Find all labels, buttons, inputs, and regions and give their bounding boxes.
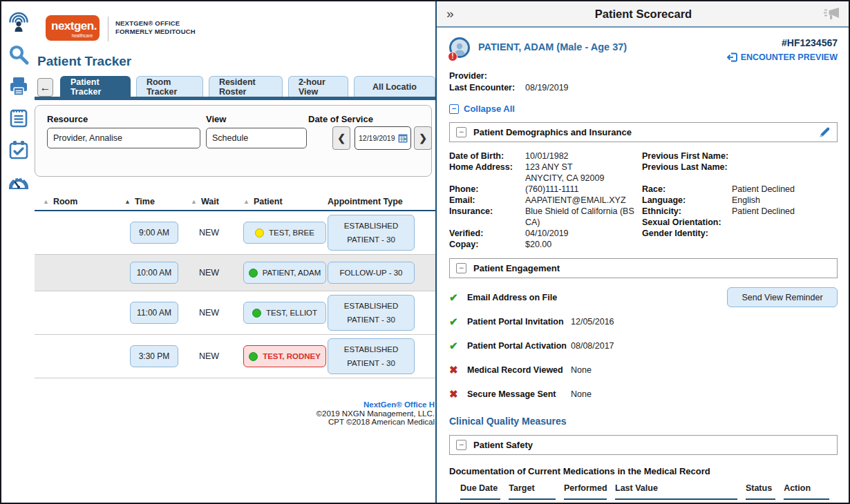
footer-copyright: ©2019 NXGN Management, LLC. [1, 409, 435, 418]
tab-2-hour-view[interactable]: 2-hour View [288, 76, 348, 97]
column-header-time[interactable]: ▲ Time [124, 197, 184, 206]
active-tab-underline [35, 97, 435, 100]
engagement-item: ✔ Email Address on File Send View Remind… [449, 285, 838, 309]
collapse-panel-icon[interactable]: » [446, 6, 467, 21]
tab-patient-tracker[interactable]: Patient Tracker [60, 76, 131, 97]
wait-status: NEW [191, 268, 219, 278]
medication-documentation-title: Documentation of Current Medications in … [449, 466, 838, 476]
column-header-appointment-type: Appointment Type [328, 197, 422, 206]
time-button[interactable]: 9:00 AM [130, 222, 178, 244]
view-input[interactable] [206, 128, 307, 148]
patient-summary: ! PATIENT, ADAM (Male - Age 37) #HF12345… [449, 37, 838, 65]
tab-resident-roster[interactable]: Resident Roster [209, 76, 283, 97]
time-button[interactable]: 10:00 AM [130, 262, 178, 284]
patient-safety-section-title: Patient Safety [473, 440, 831, 450]
collapse-section-icon[interactable]: − [456, 127, 466, 137]
resource-input[interactable] [47, 128, 200, 148]
engagement-item: ✖ Medical Record Viewed None [449, 358, 838, 382]
scorecard-title: Patient Scorecard [467, 8, 820, 21]
patient-button-alert[interactable]: TEST, RODNEY [243, 345, 326, 367]
collapse-section-icon[interactable]: − [456, 263, 466, 273]
gauge-icon[interactable] [7, 170, 30, 193]
measure-table: Due Date Target Performed Last Value Sta… [460, 483, 838, 503]
wait-status: NEW [191, 228, 219, 238]
scorecard-header: » Patient Scorecard [437, 1, 850, 28]
encounter-preview-link[interactable]: ENCOUNTER PREVIEW [727, 52, 838, 62]
appointment-row: 9:00 AM NEW TEST, BREE ESTABLISHED PATIE… [35, 211, 435, 255]
engagement-list: ✔ Email Address on File Send View Remind… [449, 285, 838, 406]
section-patient-safety: − Patient Safety [449, 435, 838, 455]
column-header-due-date: Due Date [460, 483, 500, 500]
search-icon[interactable] [7, 43, 30, 66]
time-button[interactable]: 11:00 AM [130, 302, 178, 324]
tab-all-locations[interactable]: All Locatio [354, 76, 435, 97]
column-header-wait[interactable]: ▲ Wait [184, 197, 243, 206]
back-button[interactable]: ← [37, 78, 53, 97]
column-header-patient[interactable]: ▲ Patient [243, 197, 328, 206]
appointment-type-button[interactable]: ESTABLISHED PATIENT - 30 [328, 295, 415, 331]
status-dot-green-icon [249, 352, 258, 361]
collapse-all-link[interactable]: − Collapse All [449, 104, 515, 114]
footer-cpt-copyright: CPT ©2018 American Medical [1, 418, 435, 427]
chevron-left-icon: ❮ [337, 133, 346, 144]
broadcast-person-icon[interactable] [7, 11, 30, 35]
date-value: 12/19/2019 [359, 134, 396, 142]
appointments-table: ▲ Room ▲ Time ▲ Wait ▲ Patient Appointme… [35, 193, 435, 378]
column-header-room[interactable]: ▲ Room [35, 197, 124, 206]
sort-arrow-icon: ▲ [243, 198, 249, 205]
back-arrow-icon: ← [39, 81, 50, 94]
calendar-check-icon[interactable] [7, 138, 30, 162]
status-dot-green-icon [249, 269, 258, 278]
calendar-icon[interactable] [398, 133, 408, 143]
encounter-preview-icon [727, 52, 737, 62]
appointment-row: 11:00 AM NEW TEST, ELLIOT ESTABLISHED PA… [35, 291, 435, 335]
date-of-service-label: Date of Service [308, 114, 373, 124]
engagement-item: ✖ Secure Message Sent None [449, 382, 838, 406]
date-of-service-input[interactable]: 12/19/2019 [355, 126, 411, 150]
column-header-status: Status [746, 483, 775, 500]
demographics-details: Date of Birth:10/01/1982 Home Address:12… [449, 151, 838, 250]
sort-arrow-icon: ▲ [43, 198, 49, 205]
appointment-type-button[interactable]: ESTABLISHED PATIENT - 30 [328, 215, 415, 251]
patient-scorecard-panel: » Patient Scorecard [435, 1, 850, 503]
patient-button[interactable]: TEST, ELLIOT [243, 302, 326, 324]
nextgen-logo-box: nextgen. healthcare [46, 15, 100, 41]
resource-label: Resource [47, 114, 88, 124]
sort-arrow-icon: ▲ [191, 198, 197, 205]
edit-pencil-icon[interactable] [819, 126, 831, 138]
patient-name: PATIENT, ADAM (Male - Age 37) [478, 37, 627, 52]
print-icon[interactable] [7, 75, 30, 98]
product-name: NEXTGEN® OFFICE FORMERLY MEDITOUCH [115, 15, 196, 35]
appointments-table-header: ▲ Room ▲ Time ▲ Wait ▲ Patient Appointme… [35, 193, 435, 211]
appointment-type-button[interactable]: FOLLOW-UP - 30 [328, 262, 415, 284]
patient-button[interactable]: PATIENT, ADAM [243, 262, 326, 284]
time-button[interactable]: 3:30 PM [130, 345, 178, 367]
scorecard-body: ! PATIENT, ADAM (Male - Age 37) #HF12345… [437, 28, 850, 503]
engagement-item: ✔ Patient Portal Activation 08/08/2017 [449, 333, 838, 358]
chevron-right-icon: ❯ [419, 133, 427, 144]
tracker-tabs: ← Patient Tracker Room Tracker Resident … [37, 76, 435, 97]
column-header-performed: Performed [564, 483, 607, 500]
section-engagement: − Patient Engagement [449, 258, 838, 278]
section-demographics: − Patient Demographics and Insurance [449, 122, 838, 142]
tab-room-tracker[interactable]: Room Tracker [136, 76, 203, 97]
engagement-item: ✔ Patient Portal Invitation 12/05/2016 [449, 309, 838, 333]
patient-id: #HF1234567 [727, 37, 838, 48]
appointment-type-button[interactable]: ESTABLISHED PATIENT - 30 [328, 338, 415, 374]
alert-badge-icon: ! [448, 52, 457, 61]
footer-help-link[interactable]: NextGen® Office H [1, 400, 435, 409]
left-icon-rail [6, 11, 32, 193]
patient-button[interactable]: TEST, BREE [243, 222, 326, 244]
notes-icon[interactable] [7, 106, 30, 130]
check-icon: ✔ [449, 291, 467, 304]
previous-day-button[interactable]: ❮ [332, 126, 350, 150]
collapse-section-icon[interactable]: − [456, 440, 466, 450]
footer: NextGen® Office H ©2019 NXGN Management,… [1, 400, 435, 427]
send-view-reminder-button[interactable]: Send View Reminder [727, 287, 838, 307]
status-dot-yellow-icon [255, 229, 264, 238]
column-header-last-value: Last Value [615, 483, 737, 500]
column-header-action: Action [784, 483, 829, 500]
next-day-button[interactable]: ❯ [414, 126, 432, 150]
provider-info: Provider: Last Encounter: 08/19/2019 [449, 70, 838, 94]
logo-text: nextgen. [51, 19, 94, 33]
